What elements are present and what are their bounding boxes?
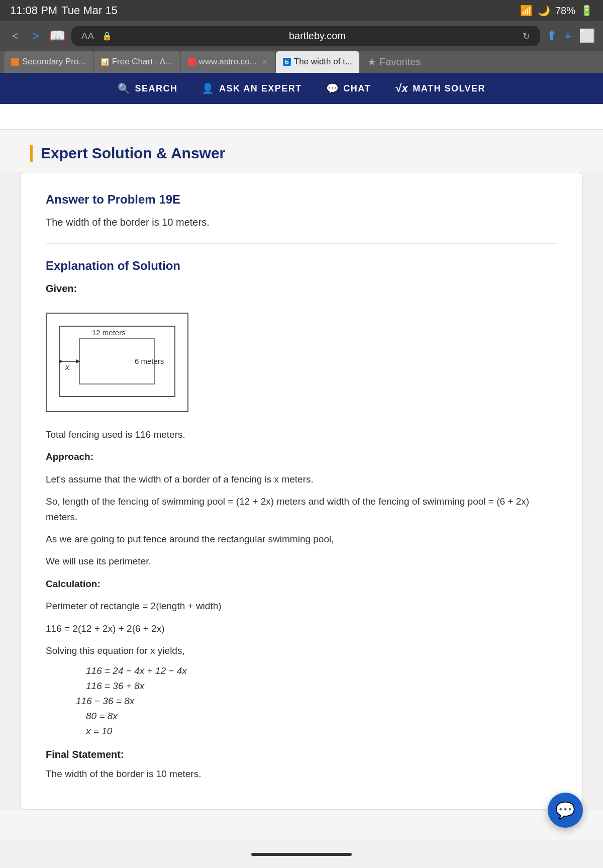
search-icon: 🔍 <box>118 82 131 94</box>
calculation-label: Calculation: <box>46 576 557 592</box>
fencing-text: Total fencing used is 116 meters. <box>46 427 557 442</box>
tabs-bar: 🔸 Secondary Pro... 📊 Free Chart - A... 🔴… <box>0 51 603 73</box>
answer-text: The width of the border is 10 meters. <box>46 217 557 228</box>
tab-label-bing: The width of t... <box>294 57 352 67</box>
top-card <box>0 104 603 130</box>
tab-astro[interactable]: 🔴 www.astro.co... ✕ <box>181 51 275 73</box>
pool-diagram: x 12 meters 6 meters <box>57 324 177 399</box>
forward-button[interactable]: > <box>29 28 43 45</box>
url-bar[interactable]: AA 🔒 bartleby.com ↻ <box>71 26 540 46</box>
status-icons-area: 📶 🌙 78% 🔋 <box>520 5 593 17</box>
tab-close-astro[interactable]: ✕ <box>262 58 268 66</box>
nav-search-label: SEARCH <box>135 83 177 94</box>
tab-label-astro: www.astro.co... <box>199 57 257 67</box>
tab-free-chart[interactable]: 📊 Free Chart - A... <box>94 51 180 73</box>
tab-bing[interactable]: b The width of t... <box>276 51 359 73</box>
nav-math-solver-label: MATH SOLVER <box>413 83 485 94</box>
home-indicator-area <box>0 840 603 866</box>
chat-float-icon: 💬 <box>555 801 575 820</box>
final-text: The width of the border is 10 meters. <box>46 766 557 782</box>
url-aa: AA <box>81 31 94 42</box>
chat-float-button[interactable]: 💬 <box>548 793 583 828</box>
tab-favicon-secondary: 🔸 <box>11 58 19 66</box>
nav-ask-expert-label: ASK AN EXPERT <box>219 83 302 94</box>
problem-title: Answer to Problem 19E <box>46 192 557 207</box>
status-date: Tue Mar 15 <box>61 4 118 17</box>
answer-card: Answer to Problem 19E The width of the b… <box>20 172 583 810</box>
calc-line-1: Perimeter of rectangle = 2(length + widt… <box>46 599 557 614</box>
tab-label-secondary: Secondary Pro... <box>22 57 86 67</box>
tab-favicon-bing: b <box>283 58 291 66</box>
nav-ask-expert[interactable]: 👤 ASK AN EXPERT <box>202 82 301 94</box>
tabs-overview-icon[interactable]: ⬜ <box>579 28 595 44</box>
tab-secondary-pro[interactable]: 🔸 Secondary Pro... <box>4 51 93 73</box>
battery-text: 78% <box>555 5 575 17</box>
favorites-label: Favorites <box>379 56 421 68</box>
status-time: 11:08 PM <box>10 4 57 17</box>
approach-text-3: As we are going to put fence around the … <box>46 532 557 547</box>
bottom-spacing <box>0 810 603 840</box>
nav-math-solver[interactable]: √x MATH SOLVER <box>395 82 485 95</box>
approach-text-2: So, length of the fencing of swimming po… <box>46 494 557 525</box>
approach-text-4: We will use its perimeter. <box>46 554 557 569</box>
expert-solution-title: Expert Solution & Answer <box>30 145 573 162</box>
divider-1 <box>46 243 557 244</box>
tab-favicon-astro: 🔴 <box>188 58 196 66</box>
bookmarks-icon[interactable]: 📖 <box>49 28 65 44</box>
status-time-area: 11:08 PM Tue Mar 15 <box>10 4 118 17</box>
browser-actions: ⬆ + ⬜ <box>546 28 595 44</box>
share-icon[interactable]: ⬆ <box>546 28 557 44</box>
calc-line-2: 116 = 2(12 + 2x) + 2(6 + 2x) <box>46 621 557 636</box>
diagram-svg: x 12 meters 6 meters <box>46 313 188 412</box>
star-icon: ★ <box>367 56 376 68</box>
calc-line-6: 116 − 36 = 8x <box>46 696 557 707</box>
person-icon: 👤 <box>202 82 215 94</box>
status-bar: 11:08 PM Tue Mar 15 📶 🌙 78% 🔋 <box>0 0 603 21</box>
nav-chat[interactable]: 💬 CHAT <box>326 82 371 94</box>
back-button[interactable]: < <box>8 28 23 45</box>
url-text: bartleby.com <box>117 30 518 42</box>
calc-line-4: 116 = 24 − 4x + 12 − 4x <box>46 665 557 677</box>
expert-solution-header: Expert Solution & Answer <box>0 130 603 172</box>
wifi-icon: 📶 <box>520 5 533 17</box>
refresh-icon[interactable]: ↻ <box>523 31 530 42</box>
given-label: Given: <box>46 283 557 295</box>
svg-text:6 meters: 6 meters <box>135 357 164 365</box>
home-indicator <box>251 853 352 856</box>
calc-line-7: 80 = 8x <box>46 711 557 722</box>
favorites-button[interactable]: ★ Favorites <box>360 51 428 73</box>
battery-icon: 🔋 <box>580 5 593 17</box>
svg-text:x: x <box>65 363 70 371</box>
approach-label: Approach: <box>46 449 557 464</box>
lock-icon: 🔒 <box>102 31 112 41</box>
approach-text-1: Let's assume that the width of a border … <box>46 472 557 487</box>
add-tab-icon[interactable]: + <box>564 28 572 44</box>
chat-icon: 💬 <box>326 82 340 94</box>
calc-line-8: x = 10 <box>46 726 557 737</box>
svg-text:12 meters: 12 meters <box>92 328 126 337</box>
nav-bar: 🔍 SEARCH 👤 ASK AN EXPERT 💬 CHAT √x MATH … <box>0 73 603 104</box>
final-label: Final Statement: <box>46 749 557 760</box>
calc-line-3: Solving this equation for x yields, <box>46 643 557 658</box>
calc-line-5: 116 = 36 + 8x <box>46 681 557 692</box>
approach-bold: Approach: <box>46 451 93 462</box>
math-icon: √x <box>395 82 409 95</box>
browser-chrome: < > 📖 AA 🔒 bartleby.com ↻ ⬆ + ⬜ <box>0 21 603 51</box>
diagram-container: x 12 meters 6 meters <box>46 313 188 412</box>
calculation-bold: Calculation: <box>46 578 100 589</box>
nav-chat-label: CHAT <box>343 83 371 94</box>
tab-favicon-freechart: 📊 <box>101 58 109 66</box>
nav-search[interactable]: 🔍 SEARCH <box>118 82 178 94</box>
explanation-title: Explanation of Solution <box>46 259 557 273</box>
moon-icon: 🌙 <box>538 5 550 17</box>
tab-label-freechart: Free Chart - A... <box>112 57 173 67</box>
